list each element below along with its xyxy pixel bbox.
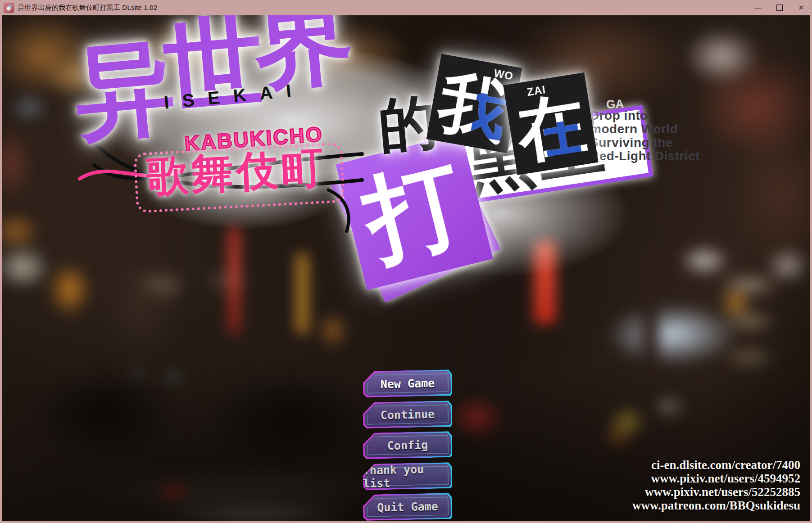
window-controls: — ✕ <box>747 0 812 15</box>
link-line: ci-en.dlsite.com/creator/7400 <box>632 458 800 472</box>
menu-button-continue[interactable]: Continue <box>363 401 452 428</box>
link-line: www.pixiv.net/users/4594952 <box>632 472 800 485</box>
creator-links: ci-en.dlsite.com/creator/7400 www.pixiv.… <box>632 458 800 512</box>
zai-tile: 在 在 ZAI <box>503 72 598 175</box>
maximize-button[interactable] <box>769 0 790 15</box>
menu-button-new-game[interactable]: New Game <box>363 370 452 397</box>
background-taillight <box>160 486 187 498</box>
game-window: 异世界出身的我在歌舞伎町打黑工 DLsite 1.02 — ✕ <box>0 0 812 523</box>
close-icon: ✕ <box>798 4 804 12</box>
background-yellow-sign <box>296 253 308 334</box>
menu-button-thank-you-list[interactable]: Thank you list <box>363 462 452 490</box>
menu-button-label: Config <box>363 431 452 459</box>
titlebar: 异世界出身的我在歌舞伎町打黑工 DLsite 1.02 — ✕ <box>0 0 812 15</box>
logo-char: 异 <box>71 37 172 144</box>
tagline-line: Surviving the <box>590 136 700 149</box>
tagline-line: Drop into <box>590 109 700 122</box>
game-viewport: 异世界 ISEKAI KABUKICHO 歌舞伎町 的 我 我 WO 在 在 Z… <box>2 15 810 521</box>
tagline-line: Red-Light District <box>590 149 700 163</box>
background-pole <box>642 249 658 483</box>
link-line: www.patreon.com/BBQsukidesu <box>632 499 800 512</box>
da-char: 打 <box>356 153 473 271</box>
menu-button-label: Continue <box>363 401 452 428</box>
menu-button-label: New Game <box>363 370 452 397</box>
background-red-lantern <box>534 240 556 324</box>
link-line: www.pixiv.net/users/52252885 <box>632 485 800 499</box>
app-icon <box>4 3 14 13</box>
menu-button-quit-game[interactable]: Quit Game <box>363 493 452 521</box>
minimize-icon: — <box>755 4 762 12</box>
close-button[interactable]: ✕ <box>790 0 812 15</box>
logo-kabukicho-cn: 歌舞伎町 <box>145 146 327 198</box>
menu-button-config[interactable]: Config <box>363 431 452 459</box>
maximize-icon <box>776 5 783 11</box>
tagline-line: modern World <box>590 122 700 136</box>
tagline: Drop into modern World Surviving the Red… <box>590 109 700 163</box>
menu-button-label: Thank you list <box>363 462 452 490</box>
menu-button-label: Quit Game <box>363 493 452 521</box>
minimize-button[interactable]: — <box>747 0 769 15</box>
window-title: 异世界出身的我在歌舞伎町打黑工 DLsite 1.02 <box>18 4 157 12</box>
